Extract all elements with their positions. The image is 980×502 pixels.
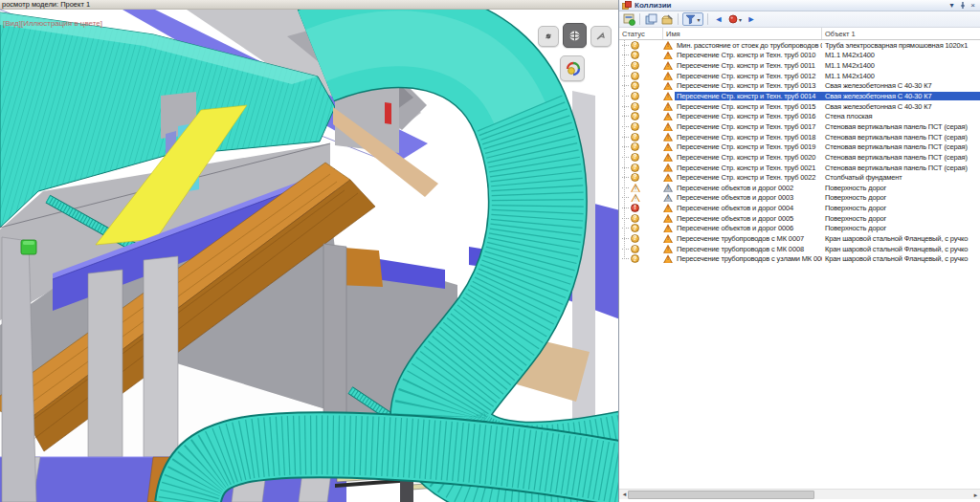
status-question-icon: ?	[631, 112, 639, 120]
name-cell: !Пересечение объектов и дорог 0003	[663, 193, 822, 202]
collision-name: Пересечение объектов и дорог 0006	[675, 224, 795, 232]
collision-warning-icon: !	[663, 51, 673, 59]
panel-menu-button[interactable]: ▾	[947, 1, 956, 10]
next-collision-icon[interactable]: ►	[745, 12, 758, 26]
collision-object: Стеновая вертикальная панель ПСТ (серая)	[822, 122, 980, 131]
name-cell: !Пересечение трубопроводов с МК 0007	[663, 234, 822, 243]
status-cell: ?	[619, 61, 663, 70]
report-icon[interactable]	[622, 12, 635, 26]
collision-warning-icon: !	[663, 184, 673, 192]
collision-row[interactable]: ?!Пересечение Стр. констр и Техн. труб 0…	[619, 111, 980, 121]
collision-row[interactable]: ?!Пересечение трубопроводов с МК 0008Кра…	[619, 244, 980, 254]
collision-object: Свая железобетонная С 40-30 К7	[822, 92, 980, 100]
close-icon[interactable]: ×	[969, 1, 977, 10]
grid-header[interactable]: Статус Имя Объект 1	[619, 28, 980, 40]
horizontal-scrollbar[interactable]: ◄ ►	[619, 489, 980, 499]
scrollbar-thumb[interactable]	[628, 491, 814, 499]
status-cell: ?	[619, 51, 663, 59]
collision-warning-icon: !	[663, 122, 673, 131]
status-cell: ?	[619, 112, 663, 120]
collision-object: Свая железобетонная С 40-30 К7	[822, 102, 980, 111]
collision-warning-icon: !	[663, 164, 673, 172]
status-cell: ?	[619, 173, 663, 182]
name-cell: !Мин. расстояние от стоек до трубопровод…	[663, 41, 822, 50]
collision-object: Кран шаровой стальной Фланцевый, с ручко	[822, 254, 980, 263]
column-header-name[interactable]: Имя	[663, 28, 822, 39]
collision-row[interactable]: ?!Пересечение объектов и дорог 0006Повер…	[619, 224, 980, 234]
collision-row[interactable]: ?!Мин. расстояние от стоек до трубопрово…	[619, 40, 980, 51]
export-icon[interactable]	[660, 12, 674, 26]
collision-row[interactable]: ?!Пересечение Стр. констр и Техн. труб 0…	[619, 81, 980, 92]
collision-row[interactable]: ?!Пересечение трубопроводов с узлами МК …	[619, 253, 980, 264]
status-cell: ?	[619, 133, 663, 142]
collision-warning-icon: !	[663, 72, 673, 80]
collision-row[interactable]: ?!Пересечение Стр. констр и Техн. труб 0…	[619, 101, 980, 112]
collision-row[interactable]: ?!Пересечение Стр. констр и Техн. труб 0…	[619, 152, 980, 163]
collision-object: Поверхность дорог	[822, 204, 980, 212]
collision-name: Пересечение Стр. констр и Техн. труб 001…	[675, 122, 817, 131]
collision-row[interactable]: ?!Пересечение Стр. констр и Техн. труб 0…	[619, 121, 980, 132]
collision-warning-icon: !	[663, 254, 673, 263]
walk-button[interactable]	[560, 55, 585, 81]
collision-warning-icon: !	[663, 173, 673, 182]
select-button[interactable]	[590, 26, 612, 47]
scroll-right-arrow[interactable]: ►	[970, 490, 980, 500]
name-cell: !Пересечение Стр. констр и Техн. труб 00…	[663, 51, 822, 59]
collision-row[interactable]: ?!Пересечение Стр. констр и Техн. труб 0…	[619, 51, 980, 61]
name-cell: !Пересечение Стр. констр и Техн. труб 00…	[663, 112, 822, 120]
collision-row[interactable]: ?!Пересечение Стр. констр и Техн. труб 0…	[619, 172, 980, 183]
name-cell: !Пересечение объектов и дорог 0004	[663, 204, 822, 212]
viewport-title: росмотр модели: Проект 1	[0, 0, 618, 10]
orbit-button[interactable]	[563, 23, 587, 48]
collision-row[interactable]: ?!Пересечение Стр. констр и Техн. труб 0…	[619, 60, 980, 71]
name-cell: !Пересечение Стр. констр и Техн. труб 00…	[663, 72, 822, 80]
collision-row[interactable]: ?!Пересечение Стр. констр и Техн. труб 0…	[619, 132, 980, 142]
collision-row[interactable]: ?!Пересечение объектов и дорог 0005Повер…	[619, 213, 980, 224]
column-header-status[interactable]: Статус	[619, 28, 663, 39]
collision-name: Пересечение Стр. констр и Техн. труб 001…	[675, 112, 817, 120]
collisions-panel-titlebar[interactable]: Коллизии ▾ ×	[619, 0, 980, 11]
collision-name: Пересечение Стр. констр и Техн. труб 002…	[675, 153, 817, 162]
filter-icon[interactable]: ▾	[682, 12, 703, 26]
toolbar-separator	[678, 13, 679, 25]
collision-row[interactable]: ?!Пересечение Стр. констр и Техн. труб 0…	[619, 163, 980, 173]
status-question-icon: ?	[631, 254, 639, 263]
collisions-panel: Коллизии ▾ × ▾ ◄	[618, 0, 980, 502]
collisions-toolbar: ▾ ◄ ▾ ►	[619, 11, 980, 28]
view-mode-overlay: [Вид][Иллюстрация в цвете]	[3, 19, 102, 28]
collision-row[interactable]: ?!Пересечение Стр. констр и Техн. труб 0…	[619, 71, 980, 81]
collision-warning-icon: !	[663, 102, 673, 111]
name-cell: !Пересечение объектов и дорог 0006	[663, 224, 822, 232]
collision-row[interactable]: !!Пересечение объектов и дорог 0002Повер…	[619, 183, 980, 193]
collision-object: Стеновая вертикальная панель ПСТ (серая)	[822, 164, 980, 172]
locate-collision-icon[interactable]: ▾	[728, 12, 742, 26]
collision-object: Поверхность дорог	[822, 184, 980, 192]
status-question-icon: ?	[631, 224, 639, 232]
collision-warning-icon: !	[663, 142, 673, 151]
collision-name: Пересечение Стр. констр и Техн. труб 001…	[675, 102, 817, 111]
collision-row[interactable]: ?!Пересечение Стр. констр и Техн. труб 0…	[619, 91, 980, 101]
status-warning-icon: !	[631, 184, 640, 192]
pin-icon[interactable]	[958, 1, 967, 10]
status-question-icon: ?	[631, 133, 639, 142]
collision-row[interactable]: ?!Пересечение трубопроводов с МК 0007Кра…	[619, 233, 980, 244]
status-error-icon: !	[631, 204, 639, 212]
collision-row[interactable]: ?!Пересечение Стр. констр и Техн. труб 0…	[619, 142, 980, 152]
model-viewport[interactable]: росмотр модели: Проект 1 [Вид][Иллюстрац…	[0, 0, 618, 502]
copy-view-icon[interactable]	[644, 12, 657, 26]
name-cell: !Пересечение объектов и дорог 0002	[663, 184, 822, 192]
column-header-object[interactable]: Объект 1	[822, 28, 980, 39]
status-question-icon: ?	[631, 92, 639, 100]
collision-name: Пересечение Стр. констр и Техн. труб 001…	[675, 72, 817, 80]
collision-object: Стена плоская	[822, 112, 980, 120]
collision-warning-icon: !	[663, 92, 673, 100]
collision-row[interactable]: !!Пересечение объектов и дорог 0004Повер…	[619, 203, 980, 213]
collision-row[interactable]: !!Пересечение объектов и дорог 0003Повер…	[619, 193, 980, 204]
prev-collision-icon[interactable]: ◄	[712, 12, 725, 26]
pan-button[interactable]	[538, 26, 559, 47]
collision-name: Пересечение Стр. констр и Техн. труб 001…	[675, 51, 817, 59]
collision-object: М1.1 М42x1400	[822, 72, 980, 80]
status-cell: ?	[619, 142, 663, 151]
collision-name: Пересечение Стр. констр и Техн. труб 002…	[675, 164, 817, 172]
status-question-icon: ?	[631, 61, 639, 70]
